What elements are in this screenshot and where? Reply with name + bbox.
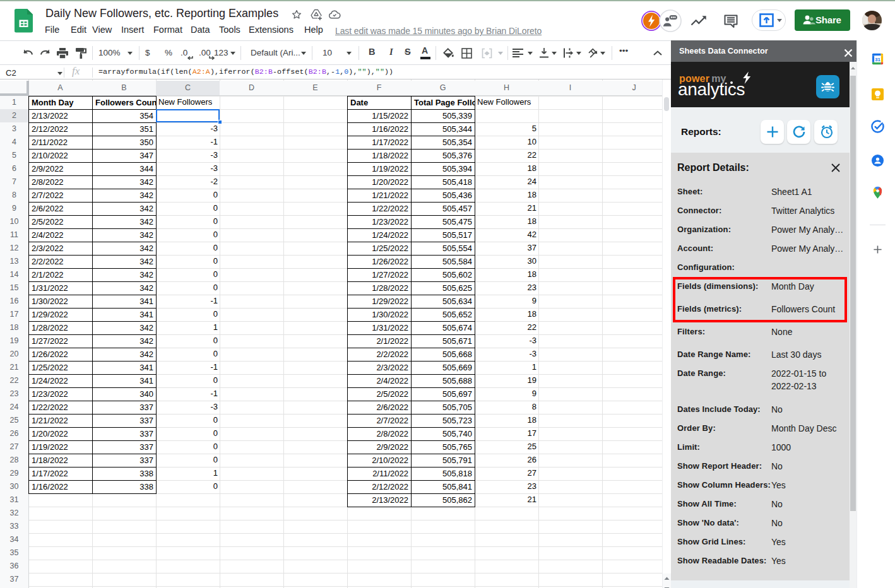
svg-text:31: 31 <box>875 57 880 62</box>
